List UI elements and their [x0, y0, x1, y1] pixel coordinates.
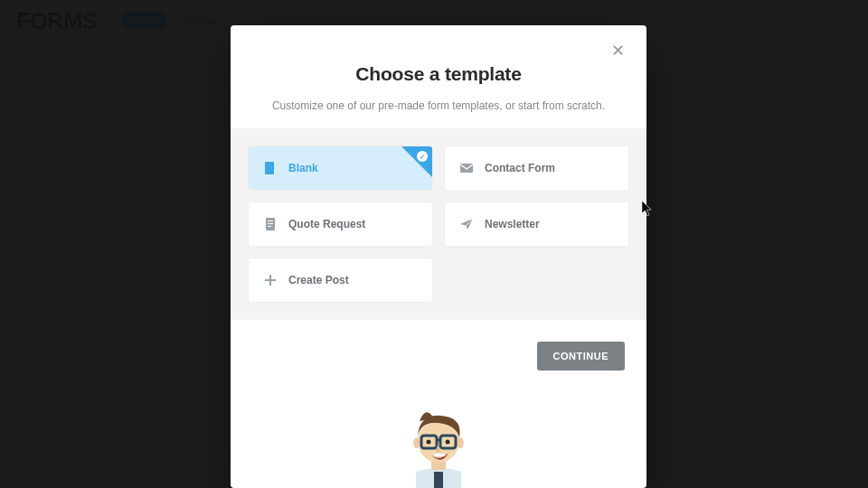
svg-rect-1 — [460, 164, 473, 173]
svg-rect-13 — [421, 436, 437, 448]
template-label: Blank — [288, 162, 318, 174]
modal-subtitle: Customize one of our pre-made form templ… — [252, 99, 625, 112]
svg-point-16 — [427, 440, 431, 445]
modal-title: Choose a template — [252, 63, 625, 85]
svg-rect-9 — [431, 457, 446, 470]
svg-rect-0 — [265, 162, 274, 174]
modal-header: ✕ Choose a template Customize one of our… — [231, 25, 646, 128]
template-modal: ✕ Choose a template Customize one of our… — [231, 25, 646, 488]
template-label: Quote Request — [288, 218, 365, 230]
svg-rect-4 — [268, 223, 273, 224]
plane-icon — [459, 217, 474, 231]
close-button[interactable]: ✕ — [609, 42, 627, 60]
doc-icon — [263, 217, 278, 231]
svg-rect-8 — [434, 472, 443, 488]
template-label: Contact Form — [485, 162, 555, 174]
svg-rect-3 — [268, 221, 273, 221]
svg-point-10 — [418, 419, 459, 463]
mascot-illustration — [389, 401, 488, 488]
template-card-create-post[interactable]: Create Post — [249, 258, 432, 302]
svg-rect-7 — [265, 279, 276, 281]
mail-icon — [459, 161, 474, 175]
template-card-quote[interactable]: Quote Request — [249, 202, 432, 246]
svg-rect-5 — [268, 226, 271, 227]
svg-point-12 — [457, 437, 464, 448]
template-card-contact[interactable]: Contact Form — [445, 146, 628, 190]
svg-point-17 — [446, 440, 450, 445]
template-card-newsletter[interactable]: Newsletter — [445, 202, 628, 246]
template-label: Newsletter — [485, 218, 540, 230]
svg-point-11 — [413, 437, 420, 448]
template-label: Create Post — [288, 274, 349, 286]
modal-footer: CONTINUE — [231, 320, 646, 488]
template-card-blank[interactable]: Blank ✓ — [249, 146, 432, 190]
blank-icon — [263, 161, 278, 175]
selected-corner — [401, 146, 432, 177]
check-icon: ✓ — [417, 151, 428, 162]
close-icon: ✕ — [611, 42, 625, 60]
plus-icon — [263, 273, 278, 287]
svg-rect-14 — [440, 436, 456, 448]
template-grid: Blank ✓ Contact Form Quote Request Newsl… — [231, 128, 646, 320]
svg-rect-18 — [434, 454, 445, 456]
continue-button[interactable]: CONTINUE — [537, 342, 625, 371]
